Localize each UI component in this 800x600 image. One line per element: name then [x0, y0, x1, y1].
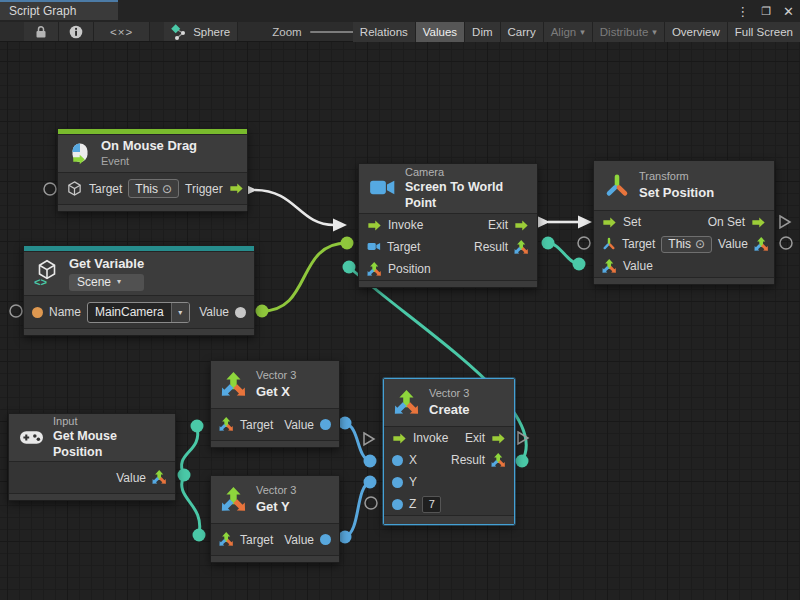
node-get-x[interactable]: Vector 3 Get X Target Value [210, 360, 340, 448]
align-button[interactable]: Align▾ [544, 22, 593, 42]
graph-toolbar: <×> Sphere Zoom 1x Relations Values Dim … [0, 22, 800, 42]
port-label-target: Target [240, 533, 273, 547]
target-this-button[interactable]: This ⊙ [128, 179, 179, 198]
unity-variable-icon [34, 260, 60, 287]
port-label-name: Name [49, 305, 81, 319]
node-title: Set Position [639, 185, 714, 201]
node-category: Vector 3 [256, 484, 296, 498]
relations-button[interactable]: Relations [353, 22, 416, 42]
flow-in-icon[interactable] [602, 215, 617, 230]
float-port[interactable] [392, 499, 403, 510]
dim-button[interactable]: Dim [465, 22, 500, 42]
float-port[interactable] [320, 419, 331, 430]
cube-icon[interactable] [66, 180, 83, 197]
chevron-down-icon: ▾ [652, 27, 657, 37]
flow-out-icon[interactable] [491, 431, 506, 446]
values-button[interactable]: Values [416, 22, 465, 42]
node-category: Vector 3 [429, 387, 469, 401]
node-on-mouse-drag[interactable]: On Mouse Drag Event Target This ⊙ Trigge… [57, 128, 248, 212]
port-label-value: Value [116, 471, 146, 485]
code-view-button[interactable]: <×> [94, 22, 150, 41]
distribute-button[interactable]: Distribute▾ [593, 22, 665, 42]
zoom-label: Zoom [272, 26, 301, 38]
chevron-down-icon: ▾ [117, 277, 121, 287]
flow-in-icon[interactable] [392, 431, 407, 446]
float-port[interactable] [320, 534, 331, 545]
vector3-icon [221, 487, 247, 513]
target-this-button[interactable]: This ⊙ [661, 236, 712, 253]
port-label-target: Target [387, 240, 420, 254]
node-title: Get X [256, 384, 296, 400]
port-label-invoke: Invoke [388, 218, 423, 232]
transform-port-icon[interactable] [602, 237, 616, 251]
vector3-port-icon[interactable] [602, 259, 617, 274]
float-port[interactable] [392, 477, 403, 488]
string-port[interactable] [32, 307, 43, 318]
variable-scope-dropdown[interactable]: Scene ▾ [69, 274, 144, 291]
vector3-port-icon[interactable] [491, 453, 506, 468]
flow-out-icon[interactable] [229, 181, 244, 196]
node-screen-to-world-point[interactable]: Camera Screen To World Point Invoke Exit… [358, 163, 538, 288]
vector3-port-icon[interactable] [219, 532, 234, 547]
port-label-on-set: On Set [708, 215, 745, 229]
float-port[interactable] [392, 455, 403, 466]
flow-out-icon[interactable] [751, 215, 766, 230]
node-category: Vector 3 [256, 369, 296, 383]
flow-out-icon[interactable] [514, 218, 529, 233]
flow-in-icon[interactable] [367, 218, 382, 233]
transform-icon [604, 173, 630, 199]
info-button[interactable] [59, 22, 94, 41]
vector3-port-icon[interactable] [219, 417, 234, 432]
close-icon[interactable]: ✕ [783, 5, 794, 18]
vector3-port-icon[interactable] [514, 240, 529, 255]
gamepad-icon [19, 425, 44, 450]
code-icon: <×> [110, 26, 133, 38]
maximize-icon[interactable]: ❐ [761, 6, 771, 17]
node-title: Get Y [256, 499, 296, 515]
graph-name: Sphere [193, 26, 230, 38]
window-menu-icon[interactable]: ⋮ [736, 5, 749, 18]
carry-button[interactable]: Carry [501, 22, 544, 42]
vector3-icon [394, 390, 420, 416]
port-label-position: Position [388, 262, 431, 276]
port-label-value: Value [284, 418, 314, 432]
camera-port-icon[interactable] [367, 240, 381, 254]
tab-title: Script Graph [9, 4, 76, 18]
full-screen-button[interactable]: Full Screen [728, 22, 800, 42]
node-vector3-create[interactable]: Vector 3 Create Invoke Exit X Result Y Z… [383, 378, 515, 525]
chevron-down-icon: ▾ [580, 27, 585, 37]
info-icon [68, 24, 84, 40]
vector3-icon [221, 372, 247, 398]
window-titlebar: Script Graph ⋮ ❐ ✕ [0, 0, 800, 22]
port-label-result: Result [474, 240, 508, 254]
object-port[interactable] [235, 307, 246, 318]
port-label-exit: Exit [465, 431, 485, 445]
vector3-port-icon[interactable] [367, 262, 382, 277]
port-label-invoke: Invoke [413, 431, 448, 445]
vector3-port-icon[interactable] [152, 470, 167, 485]
port-label-exit: Exit [488, 218, 508, 232]
lock-button[interactable] [24, 22, 59, 41]
lock-icon [33, 24, 49, 40]
z-value-input[interactable]: 7 [422, 496, 441, 513]
node-get-variable[interactable]: Get Variable Scene ▾ Name MainCamera ▾ V… [23, 245, 255, 336]
node-subtitle: Event [101, 155, 197, 169]
mouse-drag-icon [68, 142, 92, 166]
node-title: On Mouse Drag [101, 138, 197, 154]
node-get-y[interactable]: Vector 3 Get Y Target Value [210, 475, 340, 563]
camera-icon [369, 175, 396, 202]
node-set-position[interactable]: Transform Set Position Set On Set Target… [593, 160, 775, 285]
overview-button[interactable]: Overview [665, 22, 728, 42]
port-label-set: Set [623, 215, 641, 229]
graph-icon [171, 24, 187, 40]
node-get-mouse-position[interactable]: Input Get Mouse Position Value [8, 413, 176, 501]
variable-name-select[interactable]: MainCamera ▾ [87, 302, 190, 323]
target-picker-icon: ⊙ [162, 182, 172, 196]
tab-script-graph[interactable]: Script Graph [0, 0, 118, 20]
graph-breadcrumb-button[interactable]: Sphere [164, 22, 238, 41]
vector3-port-icon[interactable] [754, 237, 769, 252]
node-title: Get Mouse Position [53, 429, 165, 460]
port-label-value: Value [199, 305, 229, 319]
port-label-value: Value [284, 533, 314, 547]
node-category: Transform [639, 170, 714, 184]
